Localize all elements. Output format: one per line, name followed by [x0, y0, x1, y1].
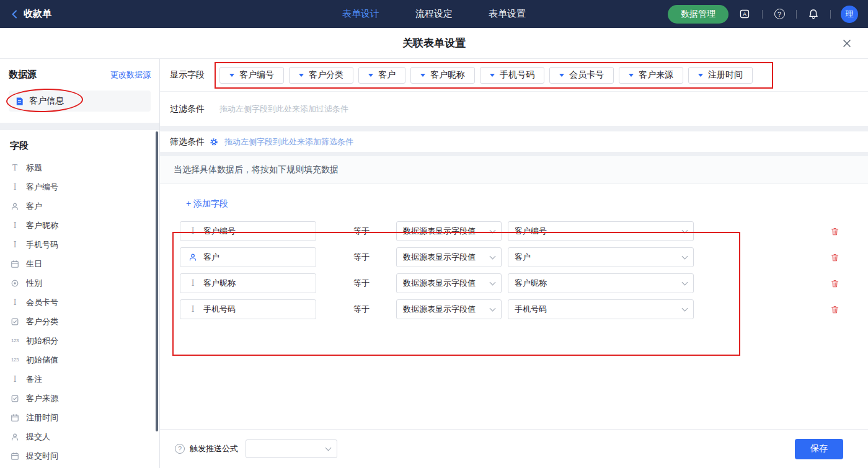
close-icon[interactable]: [842, 38, 852, 48]
field-item[interactable]: 客户昵称: [0, 216, 159, 235]
save-button[interactable]: 保存: [795, 439, 843, 459]
gear-icon[interactable]: [210, 138, 218, 146]
text-icon: [10, 298, 20, 307]
screening-row[interactable]: 筛选条件 拖动左侧字段到此处来添加筛选条件: [160, 131, 868, 152]
field-item[interactable]: 注册时间: [0, 408, 159, 427]
trash-icon[interactable]: [830, 253, 839, 262]
datasource-title: 数据源: [9, 69, 37, 81]
document-icon: [15, 97, 24, 106]
field-chip[interactable]: 手机号码: [480, 67, 544, 84]
divider: [762, 10, 763, 19]
rule-source-select[interactable]: 数据源表显示字段值: [396, 299, 502, 319]
rule-field-box[interactable]: 客户编号: [180, 221, 316, 241]
filter-placeholder: 拖动左侧字段到此处来添加过滤条件: [219, 104, 348, 115]
help-icon[interactable]: [175, 444, 185, 454]
field-item[interactable]: 备注: [0, 369, 159, 389]
rule-source-select[interactable]: 数据源表显示字段值: [396, 221, 502, 241]
tab-flow-setting[interactable]: 流程设定: [415, 8, 453, 20]
footer-bar: 触发推送公式 保存: [160, 429, 868, 468]
fields-panel: 字段 标题 客户编号 客户 客户昵称 手机号码 生日 性别 会员卡号 客户分类 …: [0, 130, 159, 468]
operator-label: 等于: [353, 252, 371, 263]
trash-icon[interactable]: [830, 279, 839, 288]
sidebar: 数据源 更改数据源 客户信息 字段 标题 客户编号 客户 客户昵称 手机号码: [0, 59, 160, 468]
field-chip[interactable]: 会员卡号: [549, 67, 614, 84]
text-icon: [10, 375, 20, 384]
trash-icon[interactable]: [830, 227, 839, 236]
field-chip[interactable]: 客户昵称: [410, 67, 475, 84]
trash-icon[interactable]: [830, 305, 839, 314]
field-item[interactable]: 初始积分: [0, 331, 159, 350]
person-icon: [188, 253, 198, 262]
chevron-down-icon: [490, 227, 496, 233]
fill-rules-panel: 当选择具体数据后，将按如下规则填充数据 + 添加字段 客户编号 等于 数据源表显…: [160, 156, 868, 429]
display-field-chips: 客户编号 客户分类 客户 客户昵称 手机号码 会员卡号 客户来源 注册时间: [219, 67, 753, 84]
tab-form-setting[interactable]: 表单设置: [489, 8, 526, 20]
chevron-down-icon: [490, 253, 496, 259]
help-icon[interactable]: [773, 7, 786, 21]
field-item-title[interactable]: 标题: [0, 158, 159, 177]
svg-text:A: A: [743, 11, 746, 17]
field-item[interactable]: 提交时间: [0, 446, 159, 466]
datasource-panel: 数据源 更改数据源 客户信息: [0, 59, 159, 123]
rule-value-select[interactable]: 客户: [508, 247, 694, 267]
divider: [796, 10, 797, 19]
rule-field-box[interactable]: 客户昵称: [180, 273, 316, 293]
screening-placeholder: 拖动左侧字段到此处来添加筛选条件: [224, 136, 353, 148]
rules-hint: 当选择具体数据后，将按如下规则填充数据: [160, 156, 868, 184]
field-item[interactable]: 客户分类: [0, 312, 159, 331]
back-button[interactable]: 收款单: [10, 8, 51, 20]
field-item[interactable]: 客户编号: [0, 177, 159, 196]
chevron-down-icon: [559, 74, 564, 77]
calendar-icon: [10, 452, 20, 461]
text-icon: [188, 305, 198, 314]
field-item[interactable]: 提交人: [0, 427, 159, 446]
field-item[interactable]: 生日: [0, 254, 159, 273]
field-item[interactable]: 初始储值: [0, 350, 159, 369]
formula-select[interactable]: [246, 439, 337, 458]
formula-label: 触发推送公式: [190, 443, 238, 454]
translate-icon[interactable]: A: [738, 7, 752, 21]
datasource-item[interactable]: 客户信息: [9, 91, 151, 112]
bell-icon[interactable]: [807, 7, 820, 21]
field-item[interactable]: 客户: [0, 196, 159, 216]
rule-field-box[interactable]: 手机号码: [180, 299, 316, 319]
rule-row: 客户编号 等于 数据源表显示字段值 客户编号: [160, 218, 868, 244]
rule-source-select[interactable]: 数据源表显示字段值: [396, 247, 502, 267]
sidebar-scrollbar[interactable]: [156, 131, 158, 431]
change-datasource-link[interactable]: 更改数据源: [110, 69, 151, 81]
field-item[interactable]: 手机号码: [0, 235, 159, 254]
tab-form-design[interactable]: 表单设计: [342, 8, 379, 20]
add-field-button[interactable]: + 添加字段: [186, 198, 228, 210]
field-chip[interactable]: 客户分类: [289, 67, 353, 84]
data-manage-button[interactable]: 数据管理: [668, 5, 728, 24]
modal-header: 关联表单设置: [0, 28, 868, 59]
chevron-down-icon: [682, 305, 688, 311]
calendar-icon: [10, 260, 20, 268]
number-icon: [10, 338, 20, 343]
field-chip[interactable]: 客户: [358, 67, 405, 84]
rule-source-select[interactable]: 数据源表显示字段值: [396, 273, 502, 293]
chevron-down-icon: [490, 305, 496, 311]
rule-field-box[interactable]: 客户: [180, 247, 316, 267]
avatar[interactable]: 理: [841, 6, 858, 23]
back-label: 收款单: [24, 8, 51, 20]
rule-value-select[interactable]: 手机号码: [508, 299, 694, 319]
field-chip[interactable]: 注册时间: [688, 67, 753, 84]
sidebar-gap: [0, 123, 159, 130]
display-fields-row: 显示字段 客户编号 客户分类 客户 客户昵称 手机号码 会员卡号 客户来源 注册…: [160, 59, 868, 92]
fields-title: 字段: [0, 140, 159, 152]
section-gap: [160, 152, 868, 156]
field-item[interactable]: 客户来源: [0, 389, 159, 408]
field-list: 标题 客户编号 客户 客户昵称 手机号码 生日 性别 会员卡号 客户分类 初始积…: [0, 158, 159, 466]
filter-row[interactable]: 过滤条件 拖动左侧字段到此处来添加过滤条件: [160, 92, 868, 126]
topbar: 收款单 表单设计 流程设定 表单设置 数据管理 A 理: [0, 0, 868, 28]
rule-value-select[interactable]: 客户昵称: [508, 273, 694, 293]
text-icon: [10, 221, 20, 230]
rule-row: 手机号码 等于 数据源表显示字段值 手机号码: [160, 296, 868, 322]
rules-list: 客户编号 等于 数据源表显示字段值 客户编号 客户 等于 数据源表显示字段值 客…: [160, 218, 868, 322]
rule-value-select[interactable]: 客户编号: [508, 221, 694, 241]
field-item[interactable]: 性别: [0, 273, 159, 293]
field-chip[interactable]: 客户编号: [219, 67, 284, 84]
field-item[interactable]: 会员卡号: [0, 293, 159, 312]
field-chip[interactable]: 客户来源: [619, 67, 683, 84]
